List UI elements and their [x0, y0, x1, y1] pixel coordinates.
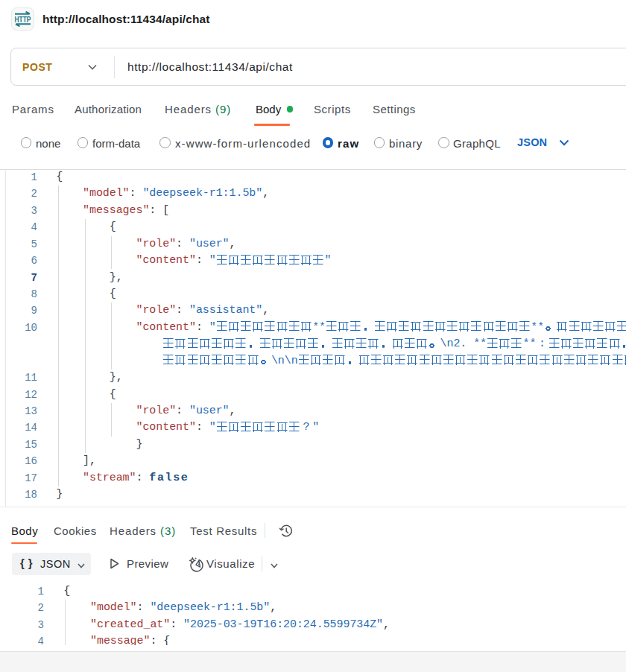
svg-text:HTTP: HTTP: [15, 15, 31, 24]
